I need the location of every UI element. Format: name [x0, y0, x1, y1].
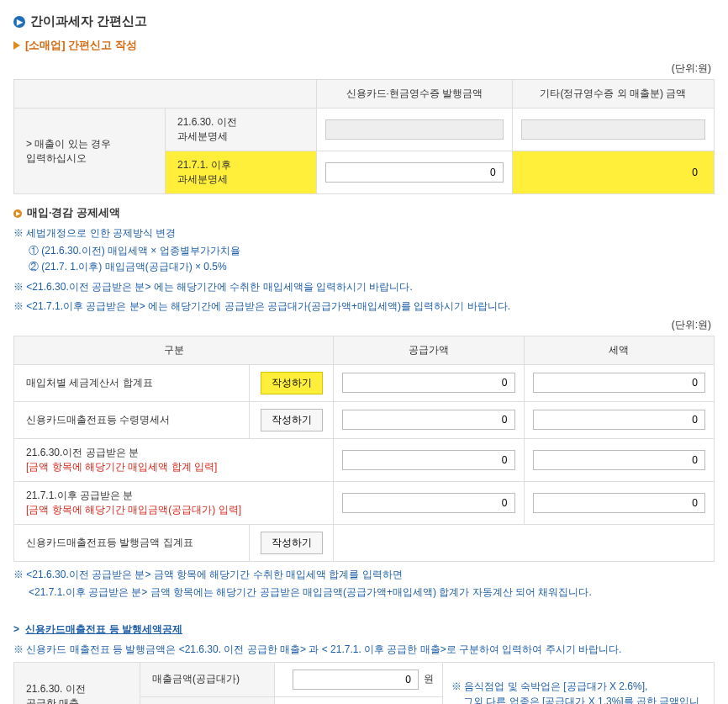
purchase-row4-l2: [금액 항목에 해당기간 매입금액(공급대가) 입력] — [26, 503, 324, 517]
purchase-footnote-l1: ※ <21.6.30.이전 공급받은 분> 금액 항목에 해당기간 수취한 매입… — [13, 567, 715, 583]
credit-before-l2: 공급한 매출 — [26, 696, 131, 704]
page-main-title: ▶ 간이과세자 간편신고 — [13, 13, 715, 29]
credit-before-help-l1: ※ 음식점업 및 숙박업은 [공급대가 X 2.6%], — [451, 679, 705, 694]
chevron-right-circle-icon: ▶ — [13, 209, 22, 218]
row4-tax-input[interactable] — [533, 493, 706, 513]
row3-tax-input[interactable] — [533, 450, 706, 470]
col-card-receipt: 신용카드·현금영수증 발행금액 — [317, 80, 513, 109]
won-unit: 원 — [424, 672, 434, 686]
after-other-input[interactable] — [521, 162, 705, 183]
arrow-right-circle-icon: ▶ — [13, 16, 25, 28]
period-after: 21.7.1. 이후 과세분명세 — [166, 151, 317, 194]
col-other: 기타(정규영수증 외 매출분) 금액 — [512, 80, 714, 109]
credit-before-help: ※ 음식점업 및 숙박업은 [공급대가 X 2.6%], 그외 다른 업종은 [… — [443, 662, 715, 704]
purchase-note1: ※ 세법개정으로 인한 공제방식 변경 — [13, 225, 715, 241]
page-sub-title: [소매업] 간편신고 작성 — [13, 38, 715, 53]
before-amount-input[interactable] — [293, 670, 419, 690]
credit-note: ※ 신용카드 매출전표 등 발행금액은 <21.6.30. 이전 공급한 매출>… — [13, 642, 715, 658]
credit-before-l1: 21.6.30. 이전 — [26, 682, 131, 696]
purchase-table: 구분 공급가액 세액 매입처별 세금계산서 합계표 작성하기 신용카드매출전표등… — [13, 336, 715, 562]
purchase-note1b: ② (21.7. 1.이후) 매입금액(공급대가) × 0.5% — [29, 259, 715, 275]
period-before: 21.6.30. 이전 과세분명세 — [166, 109, 317, 151]
purchase-section-head: ▶ 매입·경감 공제세액 — [13, 206, 715, 220]
purchase-footnote-l2: <21.7.1.이후 공급받은 분> 금액 항목에는 해당기간 공급받은 매입금… — [29, 585, 715, 601]
purchase-row4: 21.7.1.이후 공급받은 분 [금액 항목에 해당기간 매입금액(공급대가)… — [14, 481, 334, 524]
purchase-note2: ※ <21.6.30.이전 공급받은 분> 에는 해당기간에 수취한 매입세액을… — [13, 279, 715, 295]
blank-header — [14, 80, 317, 109]
purchase-row1-label: 매입처별 세금계산서 합계표 — [14, 364, 250, 401]
sales-row-head-l1: > 매출이 있는 경우 — [26, 137, 156, 151]
credit-before-head: 21.6.30. 이전 공급한 매출 — [14, 662, 140, 704]
purchase-row4-l1: 21.7.1.이후 공급받은 분 — [26, 489, 324, 503]
row2-tax-input[interactable] — [533, 410, 706, 430]
write-button-2[interactable]: 작성하기 — [261, 409, 323, 431]
main-title-text: 간이과세자 간편신고 — [30, 13, 147, 29]
sales-table: 신용카드·현금영수증 발행금액 기타(정규영수증 외 매출분) 금액 > 매출이… — [13, 79, 715, 194]
col-tax: 세액 — [524, 336, 715, 364]
before-card-input — [325, 119, 504, 140]
credit-link-row: > 신용카드매출전표 등 발행세액공제 — [13, 622, 715, 637]
unit-label: (단위:원) — [13, 61, 711, 76]
purchase-row3-l2: [금액 항목에 해당기간 매입세액 합계 입력] — [26, 460, 324, 474]
credit-before-help-l2: 그외 다른 업종은 [공급대가 X 1.3%]를 곱한 금액입니다 — [463, 694, 705, 705]
row1-supply-input[interactable] — [342, 373, 515, 393]
purchase-section-title: 매입·경감 공제세액 — [27, 206, 120, 220]
write-button-1[interactable]: 작성하기 — [261, 372, 323, 394]
after-card-input[interactable] — [325, 162, 504, 183]
period-after-l2: 과세분명세 — [177, 172, 308, 187]
period-before-l1: 21.6.30. 이전 — [177, 115, 308, 130]
chevron-right-icon: > — [13, 623, 19, 635]
before-other-input — [521, 119, 705, 140]
purchase-row5-label: 신용카드매출전표등 발행금액 집계표 — [14, 524, 250, 561]
period-before-l2: 과세분명세 — [177, 130, 308, 144]
row2-supply-input[interactable] — [342, 410, 515, 430]
row1-tax-input[interactable] — [533, 373, 706, 393]
sales-row-head: > 매출이 있는 경우 입력하십시오 — [14, 109, 166, 194]
credit-table: 21.6.30. 이전 공급한 매출 매출금액(공급대가) 원 ※ 음식점업 및… — [13, 662, 715, 705]
credit-card-deduct-link[interactable]: 신용카드매출전표 등 발행세액공제 — [25, 623, 182, 635]
write-button-3[interactable]: 작성하기 — [261, 532, 323, 554]
row3-supply-input[interactable] — [342, 450, 515, 470]
sales-row-head-l2: 입력하십시오 — [26, 151, 156, 166]
purchase-row3: 21.6.30.이전 공급받은 분 [금액 항목에 해당기간 매입세액 합계 입… — [14, 438, 334, 481]
credit-before-deduct-label: 공제세액 — [140, 696, 275, 704]
purchase-note3: ※ <21.7.1.이후 공급받은 분> 에는 해당기간에 공급받은 공급대가(… — [13, 299, 715, 315]
unit-label-2: (단위:원) — [13, 318, 711, 332]
purchase-row3-l1: 21.6.30.이전 공급받은 분 — [26, 446, 324, 460]
credit-before-amount-label: 매출금액(공급대가) — [140, 662, 275, 696]
period-after-l1: 21.7.1. 이후 — [177, 158, 308, 172]
row4-supply-input[interactable] — [342, 493, 515, 513]
sub-title-text: [소매업] 간편신고 작성 — [25, 38, 137, 53]
purchase-row2-label: 신용카드매출전표등 수령명세서 — [14, 401, 250, 438]
col-supply: 공급가액 — [334, 336, 525, 364]
purchase-note1a: ① (21.6.30.이전) 매입세액 × 업종별부가가치율 — [29, 243, 715, 259]
arrow-right-icon — [13, 41, 20, 50]
col-division: 구분 — [14, 336, 334, 364]
